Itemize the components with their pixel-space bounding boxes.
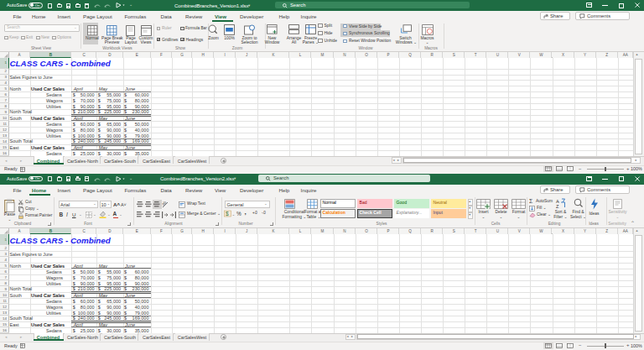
svg-text:ab: ab — [160, 200, 167, 206]
svg-text:$: $ — [226, 211, 229, 217]
svg-text:Z: Z — [556, 204, 559, 209]
